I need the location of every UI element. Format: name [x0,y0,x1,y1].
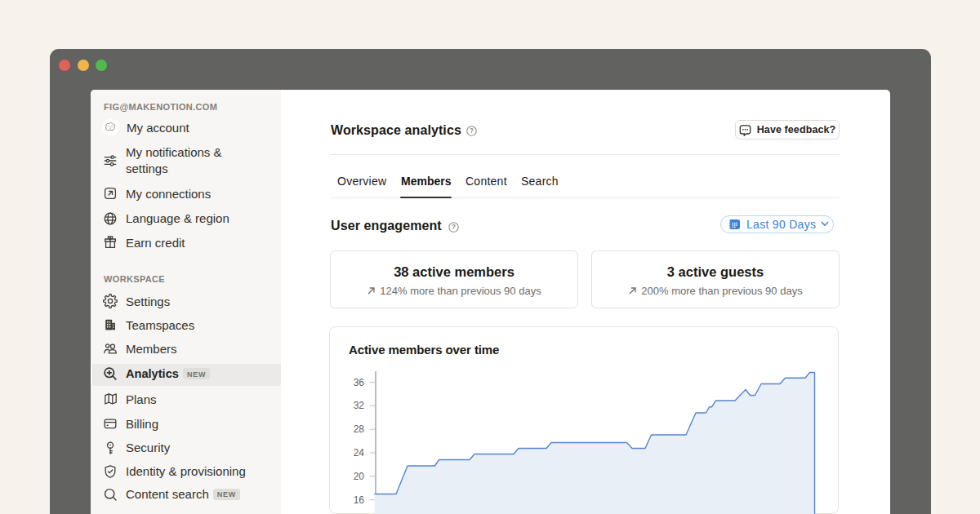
svg-text:?: ? [452,224,456,231]
svg-text:?: ? [470,127,474,135]
